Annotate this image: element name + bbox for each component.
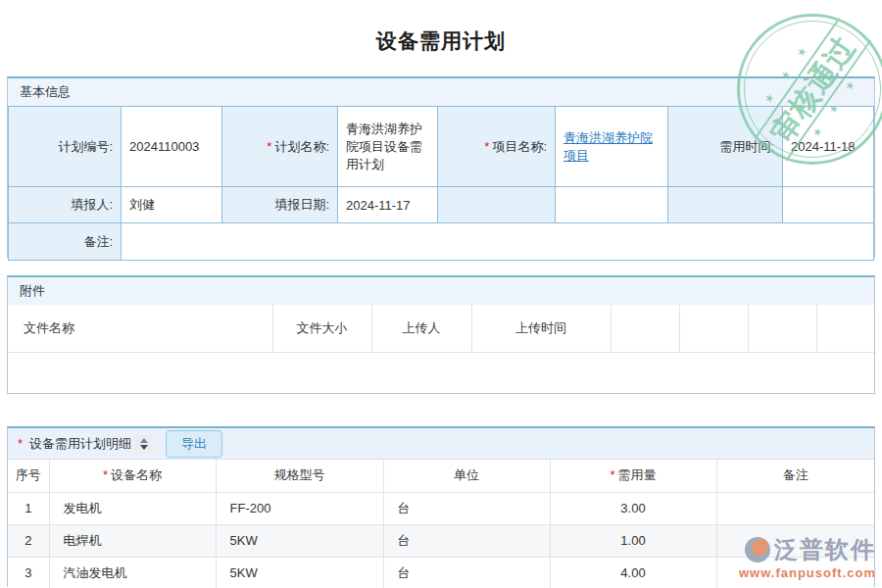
plan-name-value: 青海洪湖养护院项目设备需用计划 — [338, 107, 438, 187]
table-row: 2 电焊机 5KW 台 1.00 — [8, 524, 874, 557]
attachment-col-uploader: 上传人 — [371, 305, 471, 352]
attachments-table: 文件名称 文件大小 上传人 上传时间 — [8, 305, 874, 353]
detail-table: 序号 *设备名称 规格型号 单位 *需用量 备注 1 发电机 FF-200 台 … — [8, 460, 874, 588]
empty-label-cell — [438, 187, 556, 223]
row-qty: 3.00 — [550, 492, 716, 524]
row-no: 1 — [8, 492, 49, 524]
attachment-col-empty — [748, 305, 816, 352]
row-no: 3 — [8, 557, 49, 588]
reporter-value: 刘健 — [122, 187, 222, 223]
attachment-col-empty — [611, 305, 679, 352]
row-unit: 台 — [383, 492, 550, 524]
table-row: 1 发电机 FF-200 台 3.00 — [8, 492, 874, 524]
row-remark — [716, 524, 874, 557]
detail-section-bar: * 设备需用计划明细 导出 — [8, 428, 874, 460]
detail-col-name: *设备名称 — [49, 460, 216, 492]
attachments-section-title: 附件 — [8, 277, 874, 305]
attachment-col-empty — [679, 305, 748, 352]
required-asterisk: * — [103, 467, 108, 482]
detail-panel: * 设备需用计划明细 导出 序号 *设备名称 规格型号 单位 *需用量 备注 1… — [7, 426, 875, 587]
basic-info-panel: 基本信息 计划编号: 2024110003 *计划名称: 青海洪湖养护院项目设备… — [7, 76, 875, 258]
required-asterisk: * — [610, 467, 614, 482]
project-name-value: 青海洪湖养护院项目 — [556, 107, 668, 187]
remark-value — [122, 223, 874, 261]
detail-col-qty: *需用量 — [550, 460, 716, 492]
project-name-label: *项目名称: — [438, 107, 556, 187]
report-date-value: 2024-11-17 — [338, 187, 438, 223]
attachment-col-upload-time: 上传时间 — [471, 305, 611, 352]
sort-up-icon — [140, 438, 148, 443]
plan-no-label: 计划编号: — [9, 107, 122, 187]
need-time-value: 2024-11-18 — [783, 107, 874, 187]
basic-info-row-2: 填报人: 刘健 填报日期: 2024-11-17 — [9, 187, 874, 223]
row-remark — [716, 557, 874, 588]
reporter-label: 填报人: — [9, 187, 122, 223]
row-qty: 4.00 — [550, 557, 716, 588]
detail-col-unit: 单位 — [383, 460, 550, 492]
row-no: 2 — [8, 524, 49, 557]
detail-header-row: 序号 *设备名称 规格型号 单位 *需用量 备注 — [8, 460, 874, 492]
required-asterisk: * — [267, 139, 271, 154]
row-equipment-name: 电焊机 — [49, 524, 216, 557]
row-model: 5KW — [216, 524, 383, 557]
attachment-col-name: 文件名称 — [8, 305, 272, 352]
row-remark — [716, 492, 874, 524]
plan-no-value: 2024110003 — [122, 107, 222, 187]
page-title: 设备需用计划 — [0, 27, 882, 55]
row-model: 5KW — [216, 557, 383, 588]
row-unit: 台 — [383, 524, 550, 557]
remark-label: 备注: — [9, 223, 122, 261]
required-asterisk: * — [18, 436, 23, 451]
attachment-col-size: 文件大小 — [272, 305, 371, 352]
table-row: 3 汽油发电机 5KW 台 4.00 — [8, 557, 874, 588]
empty-label-cell — [668, 187, 783, 223]
attachment-col-empty — [816, 305, 874, 352]
basic-info-section-title: 基本信息 — [8, 78, 874, 106]
report-date-label: 填报日期: — [222, 187, 338, 223]
basic-info-table: 计划编号: 2024110003 *计划名称: 青海洪湖养护院项目设备需用计划 … — [8, 106, 874, 261]
required-asterisk: * — [484, 139, 489, 154]
detail-section-title: 设备需用计划明细 — [29, 435, 131, 453]
row-unit: 台 — [383, 557, 550, 588]
detail-col-remark: 备注 — [716, 460, 874, 492]
sort-down-icon — [140, 445, 148, 450]
export-button[interactable]: 导出 — [166, 430, 222, 458]
attachments-header-row: 文件名称 文件大小 上传人 上传时间 — [8, 305, 874, 352]
sort-toggle-icon[interactable] — [135, 434, 152, 454]
basic-info-row-3: 备注: — [9, 223, 874, 261]
project-link[interactable]: 青海洪湖养护院项目 — [564, 130, 653, 163]
row-equipment-name: 发电机 — [49, 492, 216, 524]
detail-col-model: 规格型号 — [216, 460, 383, 492]
empty-value-cell — [556, 187, 668, 223]
plan-name-label: *计划名称: — [222, 107, 338, 187]
detail-col-no: 序号 — [8, 460, 49, 492]
row-model: FF-200 — [216, 492, 383, 524]
need-time-label: 需用时间: — [668, 107, 783, 187]
empty-value-cell — [783, 187, 874, 223]
row-equipment-name: 汽油发电机 — [49, 557, 216, 588]
row-qty: 1.00 — [550, 524, 716, 557]
basic-info-row-1: 计划编号: 2024110003 *计划名称: 青海洪湖养护院项目设备需用计划 … — [9, 107, 874, 187]
attachments-panel: 附件 文件名称 文件大小 上传人 上传时间 — [7, 275, 875, 394]
